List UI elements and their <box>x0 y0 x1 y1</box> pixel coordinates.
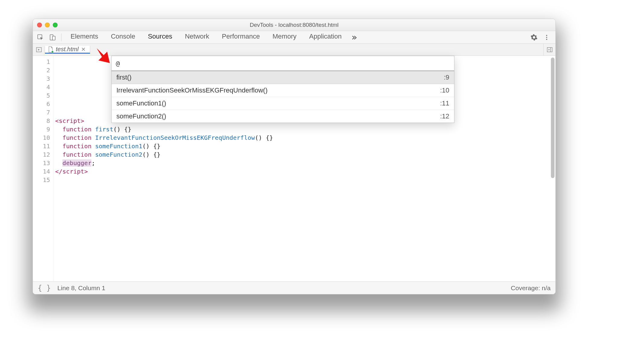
coverage-status: Coverage: n/a <box>511 284 551 292</box>
window-titlebar: DevTools - localhost:8080/test.html <box>33 19 555 31</box>
settings-icon[interactable] <box>529 32 539 42</box>
code-line[interactable]: </script> <box>55 167 555 176</box>
quick-open-input[interactable]: @ <box>112 56 454 71</box>
device-toolbar-icon[interactable] <box>47 32 58 43</box>
source-tabstrip: test.html ✕ <box>33 44 555 56</box>
result-name: IrrelevantFunctionSeekOrMissEKGFreqUnder… <box>116 86 267 94</box>
code-line[interactable]: function first() {} <box>55 125 555 133</box>
tab-memory[interactable]: Memory <box>267 30 302 44</box>
code-line[interactable]: function someFunction1() {} <box>55 142 555 150</box>
result-name: first() <box>116 74 131 81</box>
pretty-print-icon[interactable]: { } <box>38 284 51 292</box>
file-tab-test-html[interactable]: test.html ✕ <box>45 46 90 54</box>
close-tab-icon[interactable]: ✕ <box>81 46 86 53</box>
quick-open-result[interactable]: first():9 <box>112 71 454 84</box>
devtools-window: DevTools - localhost:8080/test.html Elem… <box>33 19 556 294</box>
panel-tabs: Elements Console Sources Network Perform… <box>65 30 528 44</box>
result-name: someFunction1() <box>116 99 166 107</box>
quick-open-result[interactable]: someFunction1():11 <box>112 97 454 110</box>
more-options-icon[interactable] <box>542 32 552 42</box>
show-navigator-icon[interactable] <box>33 46 45 53</box>
window-title: DevTools - localhost:8080/test.html <box>33 22 555 28</box>
code-line[interactable]: function IrrelevantFunctionSeekOrMissEKG… <box>55 133 555 142</box>
tab-console[interactable]: Console <box>105 30 141 44</box>
inspect-element-icon[interactable] <box>35 32 46 43</box>
file-icon <box>48 46 53 53</box>
svg-point-4 <box>546 37 547 38</box>
code-line[interactable] <box>55 176 555 184</box>
svg-rect-2 <box>52 36 55 40</box>
result-location: :11 <box>440 99 449 107</box>
result-name: someFunction2() <box>116 112 166 120</box>
tab-performance[interactable]: Performance <box>216 30 266 44</box>
status-bar: { } Line 8, Column 1 Coverage: n/a <box>33 281 555 294</box>
quick-open-query: @ <box>116 60 120 67</box>
code-editor[interactable]: 123456789101112131415 <script> function … <box>33 56 555 281</box>
cursor-position: Line 8, Column 1 <box>57 284 105 292</box>
file-tab-label: test.html <box>56 46 79 53</box>
line-number-gutter: 123456789101112131415 <box>33 56 53 281</box>
svg-point-5 <box>546 39 547 40</box>
code-line[interactable]: debugger; <box>55 159 555 167</box>
more-tabs-icon[interactable] <box>348 32 360 43</box>
devtools-toolbar: Elements Console Sources Network Perform… <box>33 31 555 44</box>
tab-application[interactable]: Application <box>303 30 348 44</box>
result-location: :12 <box>440 112 449 120</box>
toggle-debugger-sidebar-icon[interactable] <box>543 44 555 55</box>
toolbar-separator <box>61 33 62 41</box>
tab-elements[interactable]: Elements <box>65 30 104 44</box>
quick-open-result[interactable]: IrrelevantFunctionSeekOrMissEKGFreqUnder… <box>112 84 454 97</box>
scrollbar-thumb[interactable] <box>551 58 555 178</box>
svg-point-3 <box>546 35 547 36</box>
result-location: :9 <box>444 74 449 81</box>
tab-network[interactable]: Network <box>179 30 215 44</box>
code-line[interactable]: function someFunction2() {} <box>55 150 555 159</box>
quick-open-result[interactable]: someFunction2():12 <box>112 110 454 123</box>
result-location: :10 <box>440 86 449 94</box>
quick-open-popup: @ first():9IrrelevantFunctionSeekOrMissE… <box>111 56 454 123</box>
tab-sources[interactable]: Sources <box>142 30 178 44</box>
